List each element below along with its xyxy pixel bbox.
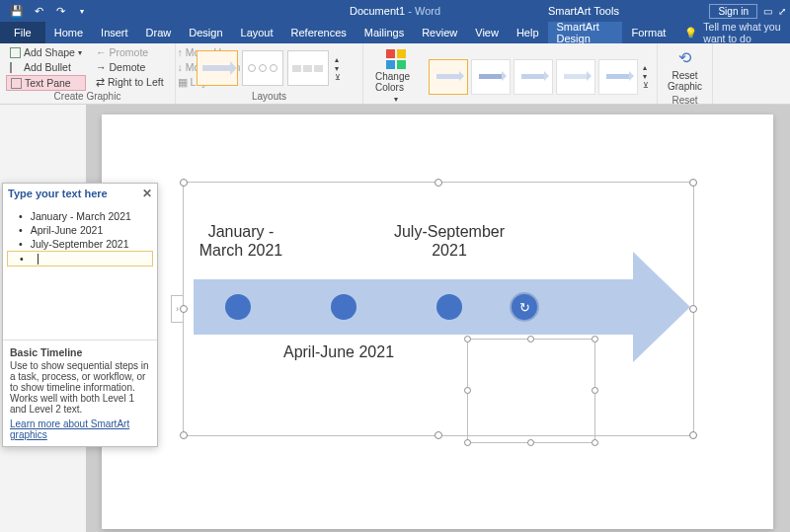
resize-handle[interactable] [180, 431, 188, 439]
sign-in-button[interactable]: Sign in [709, 4, 757, 19]
text-pane[interactable]: Type your text here ✕ January - March 20… [2, 183, 158, 447]
ribbon-options-icon[interactable]: ▭ [763, 6, 772, 17]
timeline-arrow[interactable] [194, 279, 633, 335]
group-layouts-label: Layouts [182, 91, 356, 104]
tab-mailings[interactable]: Mailings [356, 22, 413, 43]
lightbulb-icon: 💡 [684, 27, 697, 39]
page[interactable]: › ↻ January - March 2021 April-June 2021… [102, 114, 773, 529]
minimize-ribbon-icon[interactable]: ⤢ [778, 6, 786, 17]
rotate-icon: ↻ [519, 300, 530, 315]
resize-handle[interactable] [689, 431, 697, 439]
resize-handle[interactable] [434, 179, 442, 187]
layout-option-2[interactable] [242, 50, 283, 86]
group-create-graphic-label: Create Graphic [6, 91, 169, 104]
timeline-dot-2[interactable] [331, 294, 356, 320]
resize-handle[interactable] [592, 336, 598, 342]
resize-handle[interactable] [689, 305, 697, 313]
ribbon: Add Shape ▾ Add Bullet Text Pane ←Promot… [0, 43, 790, 105]
layout-option-1[interactable] [197, 50, 238, 86]
tab-smartart-design[interactable]: SmartArt Design [548, 22, 623, 43]
empty-label-selection[interactable] [467, 339, 595, 443]
tab-format[interactable]: Format [622, 22, 674, 43]
undo-icon[interactable]: ↶ [32, 4, 45, 18]
tab-view[interactable]: View [466, 22, 508, 43]
resize-handle[interactable] [464, 336, 471, 342]
text-pane-item[interactable]: April-June 2021 [7, 223, 153, 237]
resize-handle[interactable] [592, 387, 598, 394]
text-pane-item[interactable]: July-September 2021 [7, 237, 153, 251]
resize-handle[interactable] [464, 387, 471, 394]
resize-handle[interactable] [527, 439, 534, 446]
style-option-2[interactable] [471, 59, 511, 95]
timeline-arrow-head [633, 252, 690, 362]
layouts-scroll-up[interactable]: ▴ [333, 55, 343, 64]
change-colors-icon [386, 49, 406, 69]
save-icon[interactable]: 💾 [10, 4, 24, 18]
promote-icon: ← [96, 46, 107, 58]
close-icon[interactable]: ✕ [142, 187, 152, 200]
resize-handle[interactable] [592, 439, 598, 446]
right-to-left-button[interactable]: ⇄Right to Left [92, 75, 168, 89]
add-bullet-button[interactable]: Add Bullet [6, 60, 86, 74]
text-pane-item-editing[interactable] [7, 251, 153, 266]
rtl-icon: ⇄ [96, 76, 105, 88]
info-body: Use to show sequential steps in a task, … [10, 360, 150, 415]
add-shape-button[interactable]: Add Shape ▾ [6, 45, 86, 59]
reset-graphic-button[interactable]: ⟲ Reset Graphic [662, 45, 708, 95]
resize-handle[interactable] [180, 179, 188, 187]
style-option-4[interactable] [556, 59, 595, 95]
resize-handle[interactable] [434, 431, 442, 439]
tab-insert[interactable]: Insert [92, 22, 137, 43]
layout-option-3[interactable] [287, 50, 329, 86]
styles-more[interactable]: ⊻ [641, 81, 651, 90]
timeline-label-2[interactable]: April-June 2021 [275, 342, 403, 361]
qat-customize-icon[interactable]: ▾ [75, 4, 89, 18]
text-pane-info: Basic Timeline Use to show sequential st… [3, 341, 157, 446]
text-pane-button[interactable]: Text Pane [6, 75, 86, 91]
tab-review[interactable]: Review [413, 22, 466, 43]
text-pane-item[interactable]: January - March 2021 [7, 209, 153, 223]
text-cursor [38, 254, 39, 265]
title-bar: 💾 ↶ ↷ ▾ Document1 - Word SmartArt Tools … [0, 0, 790, 22]
timeline-dot-4-selected[interactable]: ↻ [510, 292, 539, 322]
change-colors-button[interactable]: Change Colors▾ [369, 45, 423, 108]
tab-help[interactable]: Help [508, 22, 548, 43]
tell-me-search[interactable]: 💡 Tell me what you want to do [674, 22, 790, 43]
timeline-dot-3[interactable] [436, 294, 462, 320]
resize-handle[interactable] [464, 439, 471, 446]
smartart-frame[interactable]: › ↻ January - March 2021 April-June 2021… [183, 182, 694, 436]
layouts-scroll-down[interactable]: ▾ [333, 64, 343, 73]
tab-draw[interactable]: Draw [137, 22, 181, 43]
bullet-icon [10, 62, 21, 73]
redo-icon[interactable]: ↷ [53, 4, 67, 18]
context-tools-title: SmartArt Tools [548, 5, 619, 17]
tab-references[interactable]: References [282, 22, 356, 43]
tab-home[interactable]: Home [45, 22, 92, 43]
layouts-more[interactable]: ⊻ [333, 73, 343, 82]
tab-layout[interactable]: Layout [232, 22, 282, 43]
demote-icon: → [96, 61, 107, 73]
resize-handle[interactable] [689, 179, 697, 187]
reset-icon: ⟲ [678, 48, 691, 67]
timeline-dot-1[interactable] [225, 294, 251, 320]
info-title: Basic Timeline [10, 346, 150, 358]
style-option-5[interactable] [598, 59, 638, 95]
styles-scroll-down[interactable]: ▾ [641, 72, 651, 81]
resize-handle[interactable] [527, 336, 534, 342]
text-pane-title: Type your text here [8, 188, 108, 199]
styles-scroll-up[interactable]: ▴ [641, 63, 651, 72]
demote-button[interactable]: →Demote [92, 60, 168, 74]
learn-more-link[interactable]: Learn more about SmartArt graphics [10, 418, 150, 440]
tab-file[interactable]: File [0, 22, 45, 43]
style-option-1[interactable] [429, 59, 468, 95]
resize-handle[interactable] [180, 305, 188, 313]
promote-button[interactable]: ←Promote [92, 45, 168, 59]
add-shape-icon [10, 47, 21, 58]
timeline-label-1[interactable]: January - March 2021 [192, 222, 290, 260]
text-pane-list[interactable]: January - March 2021 April-June 2021 Jul… [3, 203, 157, 340]
document-area: › ↻ January - March 2021 April-June 2021… [86, 105, 790, 532]
style-option-3[interactable] [514, 59, 553, 95]
quick-access-toolbar: 💾 ↶ ↷ ▾ [0, 4, 89, 18]
tab-design[interactable]: Design [180, 22, 231, 43]
timeline-label-3[interactable]: July-September 2021 [377, 222, 521, 260]
